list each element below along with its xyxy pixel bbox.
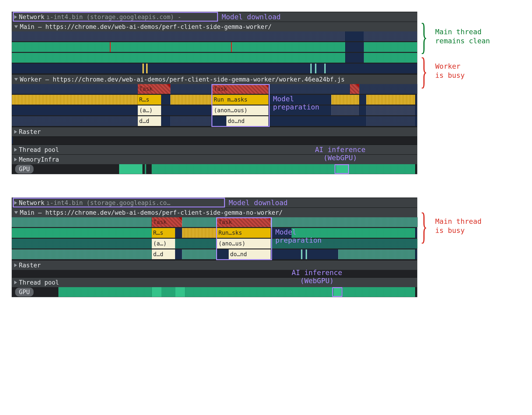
raster-track[interactable] bbox=[12, 137, 417, 144]
raster-track[interactable] bbox=[12, 270, 417, 277]
network-label: Network bbox=[19, 199, 45, 206]
brace-icon: } bbox=[420, 211, 428, 241]
main-row4[interactable] bbox=[12, 64, 417, 73]
threadpool-header[interactable]: Thread pool bbox=[12, 277, 417, 287]
block-a: (a…) bbox=[138, 105, 161, 115]
main-header[interactable]: Main — https://chrome.dev/web-ai-demos/p… bbox=[12, 22, 417, 31]
block-a: (a…) bbox=[152, 239, 175, 249]
worker-label: Worker — https://chrome.dev/web-ai-demos… bbox=[20, 76, 345, 83]
worker-section: Worker — https://chrome.dev/web-ai-demos… bbox=[12, 74, 417, 126]
network-section: Network ı-int4.bin (storage.googleapis.c… bbox=[12, 198, 417, 207]
worker-header[interactable]: Worker — https://chrome.dev/web-ai-demos… bbox=[12, 74, 417, 84]
network-file: ı-int4.bin (storage.googleapis.co… bbox=[46, 199, 171, 206]
triangle-down-icon bbox=[14, 78, 18, 81]
brace-icon: } bbox=[420, 21, 428, 51]
task-block: Task bbox=[217, 217, 271, 227]
note-main-clean: Main thread remains clean bbox=[435, 27, 490, 46]
triangle-right-icon bbox=[14, 263, 17, 267]
top-panel-wrap: Network ı-int4.bin (storage.googleapis.c… bbox=[12, 12, 520, 174]
network-section: Network ı-int4.bin (storage.googleapis.c… bbox=[12, 12, 417, 22]
gpu-row[interactable]: GPU bbox=[12, 287, 417, 297]
block-rs: R…s bbox=[152, 228, 175, 238]
network-label: Network bbox=[19, 13, 45, 20]
worker-row4[interactable]: d…d do…nd bbox=[12, 116, 417, 126]
gpu-row[interactable]: GPU bbox=[12, 164, 417, 174]
memoryinfra-header[interactable]: MemoryInfra bbox=[12, 154, 417, 164]
block-dd: d…d bbox=[138, 116, 161, 126]
worker-row3[interactable]: (a…) (anon…ous) bbox=[12, 105, 417, 115]
task-block: Task bbox=[212, 84, 268, 94]
top-panel: Network ı-int4.bin (storage.googleapis.c… bbox=[12, 12, 417, 174]
block-dond: do…nd bbox=[226, 116, 268, 126]
main-section: Main — https://chrome.dev/web-ai-demos/p… bbox=[12, 207, 417, 259]
task-block: Task bbox=[152, 217, 182, 227]
threadpool-header[interactable]: Thread pool bbox=[12, 145, 417, 154]
main-section: Main — https://chrome.dev/web-ai-demos/p… bbox=[12, 22, 417, 73]
bottom-panel: Network ı-int4.bin (storage.googleapis.c… bbox=[12, 197, 417, 297]
main-row3[interactable] bbox=[12, 53, 417, 63]
block-anous: (ano…us) bbox=[217, 239, 271, 249]
bottom-panel-wrap: Network ı-int4.bin (storage.googleapis.c… bbox=[12, 197, 520, 297]
triangle-right-icon bbox=[14, 130, 17, 134]
main-label: Main — https://chrome.dev/web-ai-demos/p… bbox=[20, 209, 283, 216]
main-row3[interactable]: (a…) (ano…us) bbox=[12, 239, 417, 249]
main-row2[interactable] bbox=[12, 42, 417, 52]
task-block: Task bbox=[138, 84, 171, 94]
triangle-down-icon bbox=[14, 25, 18, 28]
block-anonous: (anon…ous) bbox=[212, 105, 268, 115]
triangle-right-icon bbox=[14, 148, 17, 152]
block-runmasks: Run m…asks bbox=[212, 95, 268, 105]
raster-header[interactable]: Raster bbox=[12, 127, 417, 137]
triangle-right-icon bbox=[14, 281, 17, 284]
main-row1[interactable] bbox=[12, 31, 417, 41]
threadpool-label: Thread pool bbox=[19, 279, 59, 286]
main-row1[interactable]: Task Task bbox=[12, 217, 417, 227]
raster-label: Raster bbox=[19, 128, 41, 135]
worker-row1[interactable]: Task Task bbox=[12, 84, 417, 94]
bottom-side-notes: } Main thread is busy bbox=[417, 197, 481, 241]
note-worker-busy: Worker is busy bbox=[435, 62, 465, 80]
note-main-busy: Main thread is busy bbox=[435, 217, 482, 235]
main-header[interactable]: Main — https://chrome.dev/web-ai-demos/p… bbox=[12, 207, 417, 217]
threadpool-label: Thread pool bbox=[19, 146, 59, 153]
block-rs: R…s bbox=[138, 95, 161, 105]
triangle-right-icon bbox=[14, 15, 17, 19]
network-file: ı-int4.bin (storage.googleapis.com) - bbox=[46, 13, 181, 20]
brace-icon: } bbox=[420, 56, 428, 86]
raster-label: Raster bbox=[19, 262, 41, 269]
triangle-right-icon bbox=[14, 158, 17, 161]
top-side-notes: } Main thread remains clean } Worker is … bbox=[417, 12, 490, 86]
memoryinfra-label: MemoryInfra bbox=[19, 156, 59, 163]
main-row4[interactable]: d…d do…nd bbox=[12, 249, 417, 259]
block-runsks: Run…sks bbox=[217, 228, 271, 238]
network-header[interactable]: Network ı-int4.bin (storage.googleapis.c… bbox=[12, 12, 417, 22]
triangle-down-icon bbox=[14, 211, 18, 214]
worker-row2[interactable]: R…s Run m…asks bbox=[12, 95, 417, 105]
main-row2[interactable]: R…s Run…sks bbox=[12, 228, 417, 238]
triangle-right-icon bbox=[14, 201, 17, 205]
network-header[interactable]: Network ı-int4.bin (storage.googleapis.c… bbox=[12, 198, 417, 207]
main-label: Main — https://chrome.dev/web-ai-demos/p… bbox=[20, 23, 272, 30]
block-dd: d…d bbox=[152, 249, 175, 259]
raster-header[interactable]: Raster bbox=[12, 260, 417, 270]
block-dond: do…nd bbox=[229, 249, 271, 259]
